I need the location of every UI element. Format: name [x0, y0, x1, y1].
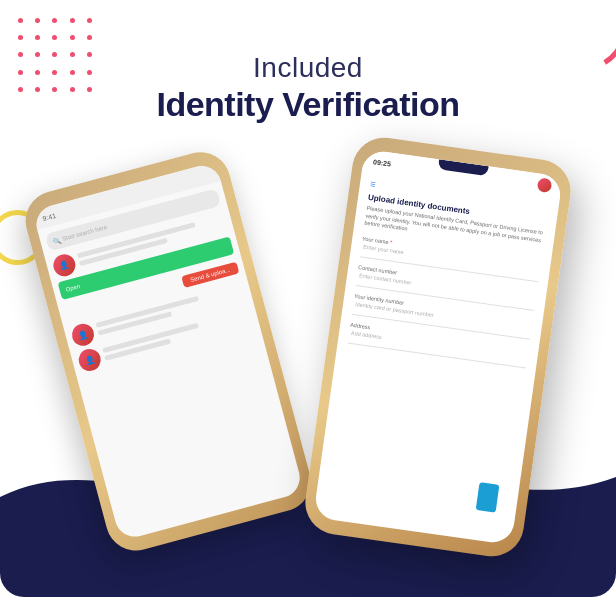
pb-avatar-2: 👤: [70, 321, 97, 348]
phone-back: 9:41 🔍 Start search here 👤: [19, 145, 318, 557]
phone-back-screen: 9:41 🔍 Start search here 👤: [32, 162, 304, 542]
card: Included Identity Verification 9:41 🔍 St…: [0, 0, 616, 597]
pf-time: 09:25: [373, 158, 392, 167]
phone-front: 09:25 ☰ Upload identity documents Please…: [301, 134, 575, 561]
pb-avatar-3: 👤: [76, 346, 103, 373]
pb-time: 9:41: [42, 211, 57, 221]
phone-front-screen: 09:25 ☰ Upload identity documents Please…: [313, 149, 563, 545]
pb-avatar-1: 👤: [51, 252, 78, 279]
header-section: Included Identity Verification: [0, 52, 616, 125]
pf-back-btn[interactable]: ☰: [370, 180, 376, 188]
identity-verification-label: Identity Verification: [0, 84, 616, 125]
pf-teal-block: [476, 482, 500, 513]
phones-container: 9:41 🔍 Start search here 👤: [48, 197, 568, 597]
pf-content: ☰ Upload identity documents Please uploa…: [336, 171, 560, 385]
search-icon: 🔍: [52, 236, 61, 245]
pb-search-placeholder: Start search here: [62, 224, 108, 242]
pf-status-icons: [537, 177, 553, 193]
pb-open-label: Open: [65, 283, 81, 293]
pf-avatar-small: [537, 177, 553, 193]
included-label: Included: [0, 52, 616, 84]
